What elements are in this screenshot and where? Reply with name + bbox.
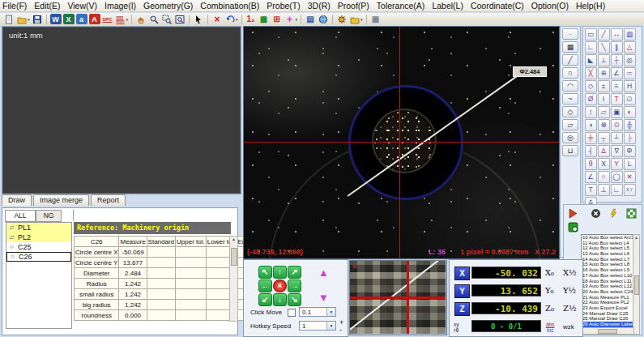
geometry-tool-icon-20[interactable]: H	[624, 80, 636, 92]
zoom-region-icon[interactable]	[161, 14, 173, 24]
program-step[interactable]: 21 Auto Measure PL1	[582, 295, 638, 301]
move-right-button[interactable]: →	[288, 279, 301, 292]
menu-item-probe[interactable]: Probe(T)	[267, 0, 300, 12]
draw-canvas[interactable]: unit:1 mm	[2, 26, 241, 194]
geometry-tool-icon-23[interactable]: T	[611, 93, 623, 105]
geometry-tool-icon-14[interactable]: ⊕	[598, 67, 610, 79]
program-step[interactable]: 11 Auto Box select L4	[582, 241, 638, 246]
run-program-button[interactable]	[568, 207, 579, 219]
geometry-tool-icon-48[interactable]: ✕	[624, 171, 636, 183]
z-up-button[interactable]: ▲	[318, 267, 329, 278]
zoom-icon[interactable]	[148, 14, 160, 24]
slot-tool-icon[interactable]: ⊔	[562, 145, 578, 156]
geometry-tool-icon-27[interactable]: ▣	[611, 106, 623, 118]
geometry-tool-icon-40[interactable]: Φ	[624, 145, 636, 157]
list-item-pl1[interactable]: ▱PL1	[6, 223, 71, 232]
open-file-icon[interactable]	[16, 14, 28, 24]
table-row[interactable]: big radius1.242	[75, 300, 254, 310]
program-list-vscrollbar[interactable]: ▲	[633, 234, 640, 335]
menu-item-proof[interactable]: Proof(P)	[338, 0, 369, 12]
tab-all[interactable]: ALL	[5, 210, 36, 222]
menu-item-option[interactable]: Option(O)	[531, 0, 569, 12]
geometry-tool-icon-50[interactable]: ⊥	[598, 184, 610, 196]
arc-tool-icon[interactable]: ◠	[562, 80, 578, 92]
open-file-dropdown[interactable]: ▾	[28, 17, 30, 22]
table-row[interactable]: Circle centre X-50.069	[75, 247, 254, 258]
program-step[interactable]: 18 Auto Box select L11	[582, 279, 638, 284]
pan-hand-icon[interactable]	[135, 14, 147, 24]
z-zero-button[interactable]: Z₀	[545, 304, 554, 313]
tab-draw[interactable]: Draw	[2, 194, 32, 206]
pixel-magnifier[interactable]: 5	[348, 259, 447, 335]
geometry-tool-icon-26[interactable]: ▱	[598, 106, 610, 118]
x-zero-button[interactable]: X₀	[545, 268, 554, 277]
abs-inc-toggle[interactable]: absinc	[546, 322, 554, 333]
undo-dropdown[interactable]: ▾	[236, 17, 238, 22]
program-step[interactable]: 22 Auto Measure PL2	[582, 300, 638, 305]
move-up-button[interactable]: ↑	[273, 266, 287, 279]
menu-item-help[interactable]: Help(H)	[576, 0, 605, 12]
geometry-tool-icon-16[interactable]: ═	[624, 67, 636, 79]
click-move-checkbox[interactable]	[288, 309, 296, 317]
zoom-window-icon[interactable]	[174, 14, 186, 24]
menu-item-combination[interactable]: Combination(B)	[200, 0, 259, 12]
delete-icon[interactable]: ×	[211, 14, 223, 24]
record-step-button[interactable]	[568, 221, 579, 232]
exit-box-icon[interactable]: ▣	[370, 14, 382, 24]
stop-program-button[interactable]	[591, 207, 602, 219]
geometry-tool-icon-11[interactable]: ┼	[611, 54, 623, 66]
table-row[interactable]: Circle centre Y13.677	[75, 258, 254, 268]
geometry-tool-icon-6[interactable]: ╲	[598, 41, 610, 53]
geometry-tool-icon-29[interactable]: ◑	[585, 119, 597, 131]
move-up-right-button[interactable]: ↗	[288, 266, 301, 279]
x-half-button[interactable]: X½	[563, 268, 577, 277]
geometry-tool-icon-15[interactable]: ∠	[611, 67, 623, 79]
move-down-button[interactable]: ↓	[273, 293, 287, 306]
work-coord-toggle[interactable]: wzk	[563, 325, 574, 331]
program-list-hscrollbar[interactable]	[581, 327, 634, 335]
program-step[interactable]: 24 Manual Draw C25	[582, 311, 638, 317]
move-down-right-button[interactable]: ↘	[288, 293, 301, 306]
mm-inch-toggle-dropdown[interactable]: ▾	[126, 17, 129, 22]
geometry-tool-icon-34[interactable]: ┬	[598, 132, 610, 144]
globe-icon[interactable]	[318, 14, 329, 24]
program-step[interactable]: 14 Auto Box select L7	[582, 257, 638, 262]
open-program-icon[interactable]	[349, 14, 360, 24]
geometry-tool-icon-17[interactable]: ◇	[585, 80, 597, 92]
move-up-left-button[interactable]: ↖	[258, 266, 272, 279]
crosshair-icon[interactable]: +	[284, 14, 296, 24]
geometry-tool-icon-18[interactable]: ±	[598, 80, 610, 92]
geometry-tool-icon-32[interactable]: ╬	[624, 119, 636, 131]
menu-item-geometry[interactable]: Geometry(G)	[143, 0, 193, 12]
menu-item-file[interactable]: File(F)	[2, 0, 27, 12]
program-step[interactable]: 23 Auto Export Excel	[582, 305, 638, 311]
geometry-tool-icon-13[interactable]: ╳	[585, 67, 597, 79]
geometry-tool-icon-21[interactable]: Ø	[585, 93, 597, 105]
tab-image-merge[interactable]: Image merge	[33, 194, 89, 206]
geometry-tool-icon-1[interactable]: ▭	[585, 28, 597, 41]
program-step[interactable]: 12 Auto Box select L5	[582, 245, 638, 251]
geometry-tool-icon-9[interactable]: ◣	[585, 54, 597, 66]
geometry-tool-icon-52[interactable]: X,Y	[624, 184, 636, 196]
geometry-tool-icon-35[interactable]: ┴	[611, 132, 623, 144]
geometry-tool-icon-5[interactable]: ∟	[585, 41, 597, 53]
program-step[interactable]: 26 Auto Diameter Label Di	[582, 322, 638, 327]
undo-icon[interactable]	[224, 14, 236, 24]
step-grid-button[interactable]	[626, 207, 638, 219]
menu-item-3d[interactable]: 3D(R)	[308, 0, 331, 12]
tab-ng[interactable]: NG	[36, 210, 62, 222]
geometry-tool-icon-42[interactable]: X	[598, 158, 610, 170]
geometry-tool-icon-12[interactable]: ◎	[624, 54, 636, 66]
menu-item-coordinate[interactable]: Coordinate(C)	[471, 0, 524, 12]
geometry-tool-icon-30[interactable]: ⊗	[598, 119, 610, 131]
word-export-icon[interactable]: W	[50, 14, 62, 24]
click-move-select[interactable]: 0.1▼	[299, 307, 336, 317]
geometry-tool-icon-7[interactable]: ∥	[611, 41, 623, 53]
geometry-tool-icon-28[interactable]: ◐	[624, 106, 636, 118]
geometry-tool-icon-25[interactable]: ↕	[585, 106, 597, 118]
mm-inch-toggle-icon[interactable]: mm inch	[115, 14, 126, 24]
program-step[interactable]: 13 Auto Box select L6	[582, 251, 638, 257]
polygon-tool-icon[interactable]: ▱	[562, 119, 578, 130]
pick-cursor-icon[interactable]	[193, 14, 204, 24]
program-step[interactable]: 19 Auto Box select L12	[582, 284, 638, 289]
